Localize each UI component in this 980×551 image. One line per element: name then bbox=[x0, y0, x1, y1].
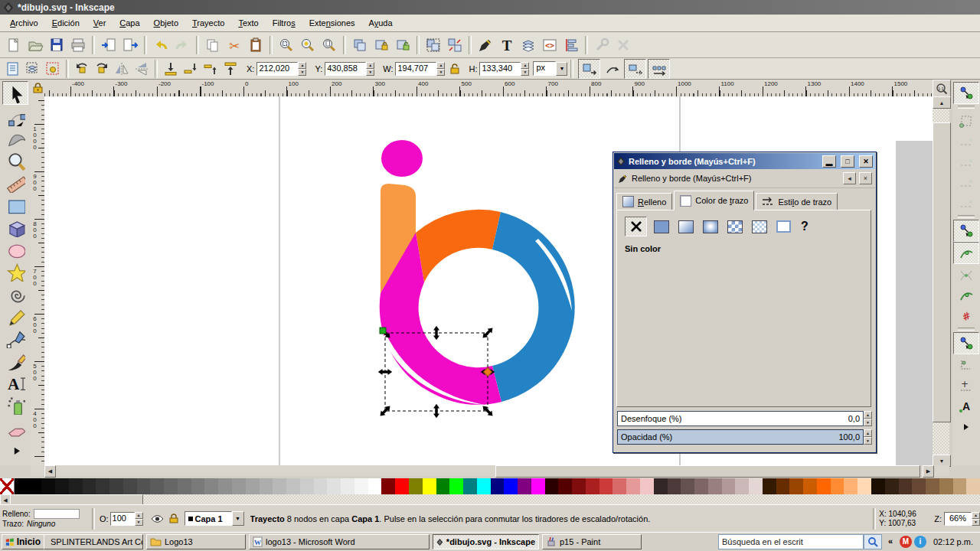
object-opacity-spinbox[interactable]: 100 ▲▼ bbox=[110, 512, 143, 526]
palette-swatch[interactable] bbox=[844, 478, 858, 494]
horizontal-ruler[interactable]: -400-300-200-100010020030040050060070080… bbox=[44, 80, 933, 97]
palette-swatch[interactable] bbox=[436, 478, 450, 494]
maximize-icon[interactable]: □ bbox=[841, 155, 854, 168]
tab-estilo-de-trazo[interactable]: Estilo de trazo bbox=[756, 193, 838, 210]
palette-swatch[interactable] bbox=[381, 478, 395, 494]
current-layer-dropdown[interactable]: Capa 1 ▼ bbox=[185, 511, 244, 526]
rotate-cw-button[interactable] bbox=[92, 60, 112, 78]
undo-button[interactable] bbox=[150, 34, 172, 56]
palette-swatch[interactable] bbox=[722, 478, 736, 494]
deselect-button[interactable] bbox=[43, 60, 63, 78]
palette-swatch[interactable] bbox=[708, 478, 722, 494]
search-icon[interactable] bbox=[864, 534, 882, 549]
window-titlebar[interactable]: *dibujo.svg - Inkscape bbox=[0, 0, 980, 15]
zoom-to-selection-button[interactable] bbox=[276, 34, 297, 56]
taskbar-search-box[interactable]: Búsqueda en el escrit bbox=[718, 534, 864, 549]
palette-swatch[interactable] bbox=[178, 478, 191, 494]
taskbar-task-button[interactable]: p15 - Paint bbox=[542, 534, 642, 549]
palette-swatch[interactable] bbox=[300, 478, 314, 494]
w-spinbox[interactable]: 194,707▲▼ bbox=[395, 62, 445, 76]
rotate-ccw-button[interactable] bbox=[72, 60, 92, 78]
palette-swatch[interactable] bbox=[55, 478, 69, 494]
palette-swatch[interactable] bbox=[586, 478, 599, 494]
export-bitmap-button[interactable] bbox=[119, 34, 141, 56]
palette-swatch[interactable] bbox=[41, 478, 55, 494]
snap-enable-button[interactable] bbox=[953, 82, 979, 104]
palette-swatch[interactable] bbox=[164, 478, 178, 494]
palette-swatch[interactable] bbox=[463, 478, 477, 494]
palette-swatch[interactable] bbox=[776, 478, 790, 494]
y-spinbox[interactable]: 430,858▲▼ bbox=[325, 62, 374, 76]
palette-swatch[interactable] bbox=[871, 478, 885, 494]
blur-slider[interactable]: Desenfoque (%)0,0 ▲▼ bbox=[617, 411, 872, 426]
palette-swatch[interactable] bbox=[572, 478, 586, 494]
palette-swatch[interactable] bbox=[654, 478, 668, 494]
paste-button[interactable] bbox=[245, 34, 266, 56]
lower-to-bottom-button[interactable] bbox=[161, 60, 181, 78]
align-dialog-button[interactable] bbox=[560, 34, 582, 56]
pattern-button[interactable] bbox=[724, 217, 745, 236]
taskbar-task-button[interactable]: Wlogo13 - Microsoft Word bbox=[249, 534, 430, 549]
menu-item-archivo[interactable]: Archivo bbox=[3, 16, 45, 30]
palette-swatch[interactable] bbox=[504, 478, 518, 494]
pencil-tool[interactable] bbox=[3, 305, 28, 327]
text-tool[interactable]: A bbox=[3, 371, 28, 393]
rectangle-tool[interactable] bbox=[3, 194, 28, 216]
transform-gradients-toggle[interactable] bbox=[624, 59, 646, 79]
palette-swatch[interactable] bbox=[626, 478, 640, 494]
transform-stroke-toggle[interactable] bbox=[578, 59, 600, 79]
palette-swatch[interactable] bbox=[286, 478, 300, 494]
palette-swatch[interactable] bbox=[314, 478, 328, 494]
spin-arrows[interactable]: ▲▼ bbox=[521, 62, 529, 76]
palette-swatch[interactable] bbox=[491, 478, 505, 494]
minimize-icon[interactable]: ▬ bbox=[822, 155, 836, 168]
palette-swatch[interactable] bbox=[477, 478, 491, 494]
swatch-button[interactable] bbox=[749, 217, 769, 236]
start-button[interactable]: Inicio bbox=[2, 534, 44, 549]
select-all-button[interactable] bbox=[3, 60, 23, 78]
palette-swatch[interactable] bbox=[150, 478, 164, 494]
snap-rotation-centers-button[interactable]: + bbox=[954, 375, 978, 396]
palette-swatch[interactable] bbox=[912, 478, 926, 494]
no-color-swatch[interactable] bbox=[0, 478, 15, 494]
palette-swatch[interactable] bbox=[558, 478, 572, 494]
palette-swatch[interactable] bbox=[939, 478, 953, 494]
palette-swatch[interactable] bbox=[109, 478, 123, 494]
box-3d-tool[interactable] bbox=[3, 216, 28, 238]
palette-swatch[interactable] bbox=[966, 478, 980, 494]
palette-swatch[interactable] bbox=[354, 478, 368, 494]
fill-color-chip[interactable] bbox=[34, 509, 80, 519]
palette-swatch[interactable] bbox=[803, 478, 817, 494]
horizontal-scrollbar[interactable]: ◀▶ bbox=[31, 465, 949, 476]
palette-swatch[interactable] bbox=[831, 478, 844, 494]
menu-item-capa[interactable]: Capa bbox=[113, 16, 146, 30]
palette-swatch[interactable] bbox=[681, 478, 694, 494]
palette-swatch[interactable] bbox=[599, 478, 613, 494]
duplicate-button[interactable] bbox=[349, 34, 371, 56]
ellipse-tool[interactable] bbox=[3, 238, 28, 260]
unknown-paint-button[interactable] bbox=[773, 217, 794, 236]
xml-editor-button[interactable]: <> bbox=[539, 34, 560, 56]
palette-swatch[interactable] bbox=[763, 478, 776, 494]
menu-item-ver[interactable]: Ver bbox=[87, 16, 113, 30]
dialog-titlebar[interactable]: Relleno y borde (Mayús+Ctrl+F) ▬ □ ✕ bbox=[614, 153, 875, 169]
snap-others-button[interactable] bbox=[953, 332, 979, 354]
palette-swatch[interactable] bbox=[640, 478, 654, 494]
scroll-up-icon[interactable]: ▲ bbox=[933, 96, 951, 109]
raise-to-top-button[interactable] bbox=[220, 60, 240, 78]
star-tool[interactable] bbox=[3, 260, 28, 282]
spin-arrows[interactable]: ▲▼ bbox=[436, 62, 445, 76]
pen-tool[interactable] bbox=[3, 327, 28, 349]
menu-item-edición[interactable]: Edición bbox=[45, 16, 87, 30]
flat-color-button[interactable] bbox=[651, 217, 671, 236]
dock-collapse-icon[interactable]: ◂ bbox=[843, 172, 856, 184]
palette-swatch[interactable] bbox=[899, 478, 913, 494]
spiral-tool[interactable] bbox=[3, 282, 28, 305]
fill-stroke-indicator[interactable]: Relleno: Trazo:Ninguno bbox=[0, 509, 89, 529]
tab-color-de-trazo[interactable]: Color de trazo bbox=[674, 191, 754, 210]
palette-swatch[interactable] bbox=[953, 478, 967, 494]
node-editor-tool[interactable] bbox=[3, 105, 28, 127]
palette-swatch[interactable] bbox=[368, 478, 382, 494]
new-document-button[interactable] bbox=[3, 34, 24, 56]
taskbar-task-active[interactable]: *dibujo.svg - Inkscape bbox=[433, 534, 539, 549]
